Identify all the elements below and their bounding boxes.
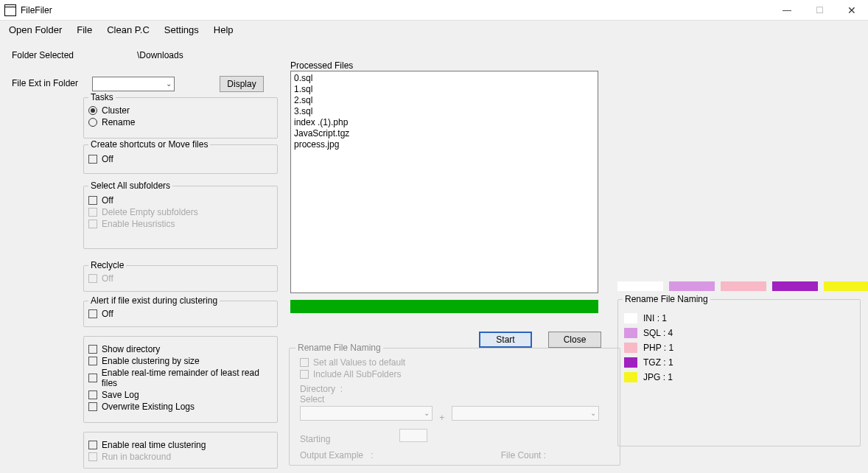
processed-files-list[interactable]: 0.sql 1.sql 2.sql 3.sql index .(1).php J… xyxy=(290,71,598,293)
stat-row: TGZ : 1 xyxy=(624,357,854,368)
menu-file[interactable]: File xyxy=(77,24,92,35)
subfolders-group: Select All subfolders Off Delete Empty s… xyxy=(83,186,278,249)
app-icon xyxy=(4,4,16,16)
output-example-label: Output Example xyxy=(300,450,363,460)
shortcuts-group: Create shortcuts or Move files Off xyxy=(83,144,278,174)
menu-settings[interactable]: Settings xyxy=(164,24,199,35)
stat-row: INI : 1 xyxy=(624,313,854,323)
list-item[interactable]: 0.sql xyxy=(294,73,595,84)
set-defaults-check: Set all Values to default xyxy=(300,357,609,368)
cluster-by-size-check[interactable]: Enable clustering by size xyxy=(88,356,273,366)
alert-group: Alert if file exist during clustering Of… xyxy=(83,301,278,327)
menu-bar: Open Folder File Clean P.C Settings Help xyxy=(0,21,868,38)
folder-selected-label: Folder Selected xyxy=(12,50,74,60)
subfolders-off-check[interactable]: Off xyxy=(88,195,273,206)
starting-input xyxy=(399,429,427,442)
recycle-off-check: Off xyxy=(88,273,273,284)
realtime-remainder-check[interactable]: Enable real-time remainder of least read… xyxy=(88,368,273,388)
list-item[interactable]: JavaScript.tgz xyxy=(294,128,595,139)
recycle-group: Reclycle Off xyxy=(83,265,278,292)
delete-empty-check: Delete Empty subfolders xyxy=(88,207,273,217)
chevron-down-icon: ⌄ xyxy=(590,409,596,417)
swatch xyxy=(669,281,715,291)
stats-title: Rename File Naming xyxy=(623,294,710,304)
rename-file-naming-group: Rename File Naming Set all Values to def… xyxy=(289,348,620,466)
processed-files-label: Processed Files xyxy=(290,60,353,71)
rename-select-2: ⌄ xyxy=(452,406,599,421)
swatch xyxy=(824,281,868,291)
tasks-group: Tasks Cluster Rename xyxy=(83,97,278,139)
list-item[interactable]: 3.sql xyxy=(294,106,595,117)
run-background-check: Run in backround xyxy=(88,452,273,462)
task-rename-radio[interactable]: Rename xyxy=(88,117,273,127)
show-directory-check[interactable]: Show directory xyxy=(88,344,273,354)
rename-select-1: ⌄ xyxy=(300,406,433,421)
legend-swatch xyxy=(624,372,637,382)
select-label: Select xyxy=(300,394,609,404)
close-window-button[interactable]: ✕ xyxy=(836,0,868,21)
list-item[interactable]: index .(1).php xyxy=(294,117,595,128)
shortcuts-title: Create shortcuts or Move files xyxy=(88,139,210,150)
stat-row: PHP : 1 xyxy=(624,343,854,353)
alert-title: Alert if file exist during clustering xyxy=(88,295,220,306)
close-button[interactable]: Close xyxy=(548,332,601,348)
minimize-button[interactable]: — xyxy=(771,0,803,21)
folder-path: \Downloads xyxy=(137,50,183,60)
stat-row: SQL : 4 xyxy=(624,328,854,338)
menu-clean-pc[interactable]: Clean P.C xyxy=(107,24,150,35)
overwrite-logs-check[interactable]: Overwrite Existing Logs xyxy=(88,402,273,412)
file-ext-combo[interactable]: ⌄ xyxy=(92,77,175,91)
swatch-bar xyxy=(617,281,868,292)
legend-swatch xyxy=(624,343,637,353)
list-item[interactable]: process.jpg xyxy=(294,139,595,150)
tasks-title: Tasks xyxy=(88,92,116,102)
menu-open-folder[interactable]: Open Folder xyxy=(9,24,62,35)
save-log-check[interactable]: Save Log xyxy=(88,390,273,400)
progress-bar xyxy=(290,300,598,313)
file-count-label: File Count xyxy=(501,450,542,460)
enable-heuristics-check: Enable Heusristics xyxy=(88,219,273,229)
options-group-2: Enable real time clustering Run in backr… xyxy=(83,432,278,469)
rename-title: Rename File Naming xyxy=(295,343,383,353)
swatch xyxy=(721,281,766,291)
task-cluster-radio[interactable]: Cluster xyxy=(88,105,273,116)
list-item[interactable]: 2.sql xyxy=(294,95,595,106)
starting-label: Starting xyxy=(300,434,330,444)
window-title: FileFiler xyxy=(21,5,52,15)
legend-swatch xyxy=(624,328,637,338)
recycle-title: Reclycle xyxy=(88,260,126,270)
title-bar: FileFiler — ☐ ✕ xyxy=(0,0,868,21)
stats-group: Rename File Naming INI : 1 SQL : 4 PHP :… xyxy=(617,299,861,446)
realtime-clustering-check[interactable]: Enable real time clustering xyxy=(88,440,273,450)
file-ext-label: File Ext in Folder xyxy=(12,78,78,88)
maximize-button[interactable]: ☐ xyxy=(803,0,836,21)
chevron-down-icon: ⌄ xyxy=(166,80,172,88)
legend-swatch xyxy=(624,313,637,323)
shortcuts-off-check[interactable]: Off xyxy=(88,154,273,164)
display-button[interactable]: Display xyxy=(220,76,264,92)
swatch xyxy=(772,281,818,291)
include-subfolders-check: Include All SubFolders xyxy=(300,369,609,379)
start-button[interactable]: Start xyxy=(479,332,532,348)
subfolders-title: Select All subfolders xyxy=(88,181,172,191)
swatch xyxy=(617,281,663,291)
stat-row: JPG : 1 xyxy=(624,372,854,382)
legend-swatch xyxy=(624,357,637,368)
list-item[interactable]: 1.sql xyxy=(294,84,595,95)
alert-off-check[interactable]: Off xyxy=(88,309,273,319)
menu-help[interactable]: Help xyxy=(214,24,234,35)
options-group-1: Show directory Enable clustering by size… xyxy=(83,336,278,423)
chevron-down-icon: ⌄ xyxy=(424,409,430,417)
